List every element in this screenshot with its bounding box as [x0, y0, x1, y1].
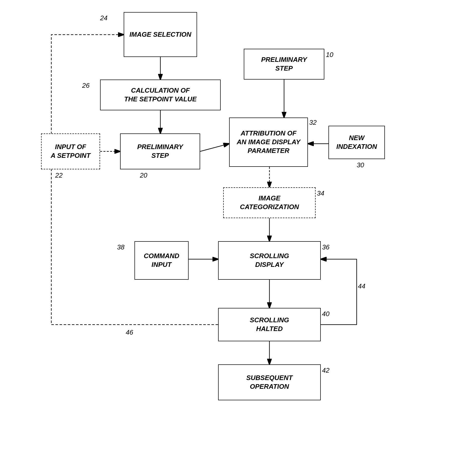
label-26: 26 — [82, 82, 90, 90]
calc-setpoint-box: CALCULATION OFTHE SETPOINT VALUE — [100, 80, 221, 110]
new-indexation-box: NEWINDEXATION — [328, 126, 385, 159]
preliminary-step-top-box: PRELIMINARYSTEP — [244, 49, 324, 80]
attribution-box: ATTRIBUTION OFAN IMAGE DISPLAYPARAMETER — [229, 118, 308, 167]
svg-line-6 — [200, 144, 229, 151]
scrolling-display-box: SCROLLINGDISPLAY — [218, 241, 321, 280]
preliminary-step-mid-box: PRELIMINARYSTEP — [120, 133, 200, 169]
input-setpoint-box: INPUT OFA SETPOINT — [41, 133, 100, 169]
flowchart-diagram: IMAGE SELECTION 24 CALCULATION OFTHE SET… — [0, 0, 457, 476]
image-selection-box: IMAGE SELECTION — [124, 12, 197, 57]
label-42: 42 — [322, 366, 329, 374]
label-30: 30 — [357, 161, 364, 169]
label-32: 32 — [309, 119, 317, 127]
scrolling-halted-box: SCROLLINGHALTED — [218, 308, 321, 341]
command-input-box: COMMANDINPUT — [134, 241, 189, 280]
subsequent-operation-box: SUBSEQUENTOPERATION — [218, 364, 321, 400]
label-36: 36 — [322, 243, 329, 251]
label-46: 46 — [126, 328, 133, 336]
label-44: 44 — [358, 282, 365, 290]
label-38: 38 — [117, 243, 124, 251]
arrows-layer — [0, 0, 457, 476]
label-22: 22 — [55, 171, 63, 179]
label-24: 24 — [100, 14, 108, 22]
label-40: 40 — [322, 310, 329, 318]
label-10: 10 — [326, 51, 333, 59]
label-20: 20 — [140, 171, 147, 179]
label-34: 34 — [317, 189, 324, 197]
image-categorization-box: IMAGECATEGORIZATION — [223, 187, 316, 218]
